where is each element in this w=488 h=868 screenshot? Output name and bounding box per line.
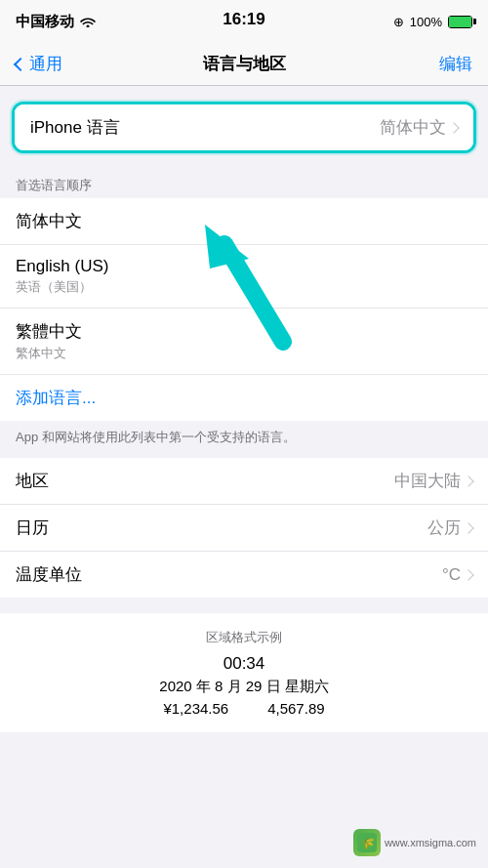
content: iPhone 语言 简体中文 首选语言顺序 简体中文 English (US) …	[0, 102, 488, 732]
language-row-traditional-chinese[interactable]: 繁體中文 繁体中文	[0, 309, 488, 375]
lang-simplified-chinese: 简体中文	[16, 210, 472, 232]
nav-bar: 通用 语言与地区 编辑	[0, 43, 488, 86]
calendar-row[interactable]: 日历 公历	[0, 505, 488, 552]
lang-english: English (US)	[16, 257, 472, 276]
iphone-language-value: 简体中文	[380, 116, 458, 139]
format-example-time: 00:34	[16, 654, 472, 674]
status-left: 中国移动	[16, 13, 96, 31]
settings-section: 地区 中国大陆 日历 公历 温度单位 °C	[0, 458, 488, 598]
edit-button[interactable]: 编辑	[439, 53, 472, 75]
chevron-right-icon-region	[463, 475, 473, 486]
iphone-language-label: iPhone 语言	[30, 116, 120, 139]
format-example-date: 2020 年 8 月 29 日 星期六	[16, 678, 472, 696]
region-row[interactable]: 地区 中国大陆	[0, 458, 488, 505]
preferred-order-footer: App 和网站将使用此列表中第一个受支持的语言。	[0, 421, 488, 458]
chevron-right-icon-calendar	[463, 522, 473, 533]
watermark: 🌾 www.xmsigma.com	[353, 829, 476, 856]
add-language-button[interactable]: 添加语言...	[0, 375, 488, 421]
iphone-language-current: 简体中文	[380, 116, 446, 139]
chevron-left-icon	[14, 57, 27, 70]
status-time: 16:19	[223, 10, 264, 29]
watermark-site: www.xmsigma.com	[385, 837, 476, 848]
language-row-simplified-chinese[interactable]: 简体中文	[0, 198, 488, 245]
battery-label: 100%	[410, 15, 442, 29]
iphone-language-row[interactable]: iPhone 语言 简体中文	[15, 104, 473, 150]
svg-text:🌾: 🌾	[360, 836, 375, 850]
wifi-icon	[80, 14, 96, 30]
region-current: 中国大陆	[394, 470, 461, 492]
region-label: 地区	[16, 470, 49, 492]
temperature-row[interactable]: 温度单位 °C	[0, 552, 488, 598]
region-value: 中国大陆	[394, 470, 472, 492]
back-label: 通用	[29, 53, 62, 75]
watermark-logo: 🌾	[353, 829, 381, 856]
charge-icon: ⊕	[393, 15, 404, 29]
preferred-order-header: 首选语言顺序	[0, 169, 488, 198]
iphone-language-section: iPhone 语言 简体中文	[12, 102, 476, 153]
temperature-current: °C	[442, 565, 461, 585]
format-example-numbers: ¥1,234.56 4,567.89	[16, 700, 472, 717]
temperature-value: °C	[442, 565, 472, 585]
language-list: 简体中文 English (US) 英语（美国） 繁體中文 繁体中文 添加语言.…	[0, 198, 488, 421]
language-row-english[interactable]: English (US) 英语（美国）	[0, 245, 488, 309]
nav-title: 语言与地区	[203, 53, 286, 75]
format-example-section: 区域格式示例 00:34 2020 年 8 月 29 日 星期六 ¥1,234.…	[0, 613, 488, 732]
status-right: ⊕ 100%	[393, 15, 472, 29]
format-number-1: ¥1,234.56	[163, 700, 228, 717]
chevron-right-icon	[448, 122, 459, 133]
lang-english-sub: 英语（美国）	[16, 278, 472, 296]
carrier-label: 中国移动	[16, 13, 74, 31]
calendar-current: 公历	[427, 517, 461, 539]
calendar-label: 日历	[16, 517, 49, 539]
chevron-right-icon-temp	[463, 569, 473, 580]
lang-traditional-chinese-sub: 繁体中文	[16, 345, 472, 362]
calendar-value: 公历	[427, 517, 472, 539]
battery-icon	[448, 16, 472, 28]
status-bar: 中国移动 16:19 ⊕ 100%	[0, 0, 488, 43]
temperature-label: 温度单位	[16, 563, 82, 586]
format-example-title: 区域格式示例	[16, 629, 472, 646]
back-button[interactable]: 通用	[16, 53, 62, 75]
format-number-2: 4,567.89	[267, 700, 324, 717]
lang-traditional-chinese: 繁體中文	[16, 320, 472, 343]
